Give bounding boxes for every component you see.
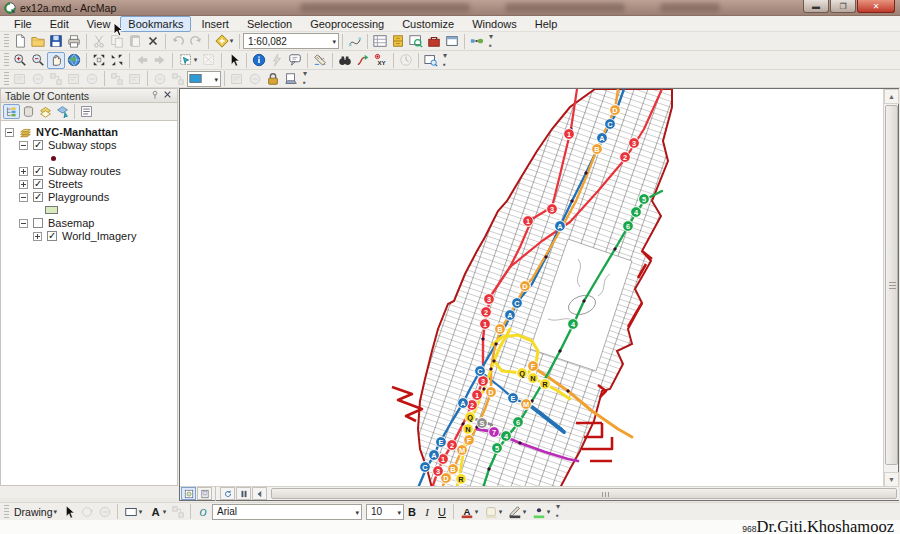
refresh-view-button[interactable] [220,487,235,500]
rectangle-tool[interactable]: ▾ [121,503,145,520]
list-by-source-button[interactable] [20,104,37,119]
toc-pin-icon[interactable] [149,90,161,102]
layer-visibility-checkbox[interactable] [33,140,43,150]
toc-options-button[interactable] [78,104,95,119]
unknown-tool-3[interactable] [47,70,65,87]
pan-button[interactable] [47,52,65,69]
font-style-indicator[interactable] [194,503,212,520]
send-tool[interactable] [282,70,300,87]
redo-button[interactable] [187,33,205,50]
list-by-drawing-order-button[interactable] [3,104,20,119]
expander-icon[interactable] [19,219,28,228]
drawing-menu-button[interactable]: Drawing▾ [11,506,60,518]
save-button[interactable] [47,33,65,50]
expander-icon[interactable] [19,180,28,189]
cut-button[interactable] [90,33,108,50]
menu-file[interactable]: File [6,16,40,32]
minimize-button[interactable]: ▬ [803,0,829,13]
go-to-xy-button[interactable] [372,52,390,69]
layer-label[interactable]: Basemap [48,217,94,229]
menu-edit[interactable]: Edit [42,16,77,32]
pause-drawing-button[interactable] [236,487,251,500]
text-tool[interactable]: ▾ [145,503,169,520]
vertical-scrollbar[interactable]: ▲ ▼ [883,89,898,487]
search-window-button[interactable] [407,33,425,50]
lock-tool[interactable] [264,70,282,87]
unknown-tool-10[interactable] [228,70,246,87]
editor-toolbar-button[interactable] [346,33,364,50]
edit-vertices-tool[interactable] [169,503,187,520]
layer-label[interactable]: NYC-Manhattan [36,126,118,138]
clear-selection-button[interactable] [200,52,218,69]
layer-label[interactable]: Subway stops [48,139,116,151]
find-button[interactable] [336,52,354,69]
fixed-zoom-out-button[interactable] [108,52,126,69]
menu-geoprocessing[interactable]: Geoprocessing [302,16,392,32]
modelbuilder-button[interactable] [468,33,486,50]
line-color-button[interactable]: ▾ [505,503,529,520]
select-elements-button[interactable] [225,52,243,69]
underline-button[interactable]: U [434,503,450,520]
delete-button[interactable] [144,33,162,50]
close-button[interactable]: ✕ [857,0,895,13]
font-size-combo[interactable]: 10▾ [366,504,404,520]
toolbar-overflow[interactable]: ▾▪ [443,51,447,69]
font-family-combo[interactable]: Arial▾ [212,504,362,520]
zoom-out-button[interactable] [29,52,47,69]
expander-icon[interactable] [5,128,14,137]
fill-color-button[interactable]: ▾ [481,503,505,520]
unknown-tool-6[interactable] [108,70,126,87]
hyperlink-button[interactable] [268,52,286,69]
rotate-element-tool[interactable] [78,503,96,520]
python-window-button[interactable] [443,33,461,50]
fixed-zoom-in-button[interactable] [90,52,108,69]
toolbar-overflow[interactable]: ▾▪ [303,69,307,87]
paste-button[interactable] [126,33,144,50]
go-back-extent-button[interactable] [133,52,151,69]
map-scale-combo[interactable]: 1:60,082▾ [243,33,339,49]
horizontal-scroll-thumb[interactable] [271,488,897,499]
list-by-visibility-button[interactable] [37,104,54,119]
menu-insert[interactable]: Insert [193,16,237,32]
maximize-button[interactable]: ❐ [830,0,856,13]
layer-visibility-checkbox[interactable] [33,218,43,228]
italic-button[interactable]: I [420,503,434,520]
measure-button[interactable] [311,52,329,69]
menu-windows[interactable]: Windows [464,16,525,32]
data-view-button[interactable] [181,487,196,500]
new-document-button[interactable] [11,33,29,50]
html-popup-button[interactable] [286,52,304,69]
menu-selection[interactable]: Selection [239,16,300,32]
scroll-up-button[interactable]: ▲ [884,89,899,104]
identify-button[interactable] [250,52,268,69]
menu-bookmarks[interactable]: Bookmarks [120,16,191,32]
marker-color-button[interactable]: ▾ [529,503,553,520]
layer-visibility-checkbox[interactable] [33,179,43,189]
unknown-tool-9[interactable] [169,70,187,87]
time-slider-button[interactable] [397,52,415,69]
unknown-tool-4[interactable] [65,70,83,87]
layer-label[interactable]: Subway routes [48,165,121,177]
unknown-tool-5[interactable] [83,70,101,87]
selection-color-swatch[interactable]: ▾ [187,71,221,87]
go-forward-extent-button[interactable] [151,52,169,69]
layer-visibility-checkbox[interactable] [47,231,57,241]
full-extent-button[interactable] [65,52,83,69]
unknown-tool-11[interactable] [246,70,264,87]
font-color-button[interactable]: ▾ [457,503,481,520]
select-features-button[interactable]: ▾ [176,52,200,69]
table-of-contents-button[interactable] [371,33,389,50]
layer-label[interactable]: World_Imagery [62,230,136,242]
expander-icon[interactable] [19,141,28,150]
unknown-tool-8[interactable] [151,70,169,87]
layer-visibility-checkbox[interactable] [33,192,43,202]
toc-close-icon[interactable] [161,90,173,101]
zoom-in-button[interactable] [11,52,29,69]
expander-icon[interactable] [19,167,28,176]
menu-customize[interactable]: Customize [394,16,462,32]
undo-button[interactable] [169,33,187,50]
arctoolbox-button[interactable] [425,33,443,50]
select-elements-tool[interactable] [60,503,78,520]
layer-label[interactable]: Playgrounds [48,191,109,203]
add-data-button[interactable]: ▾ [212,33,236,50]
